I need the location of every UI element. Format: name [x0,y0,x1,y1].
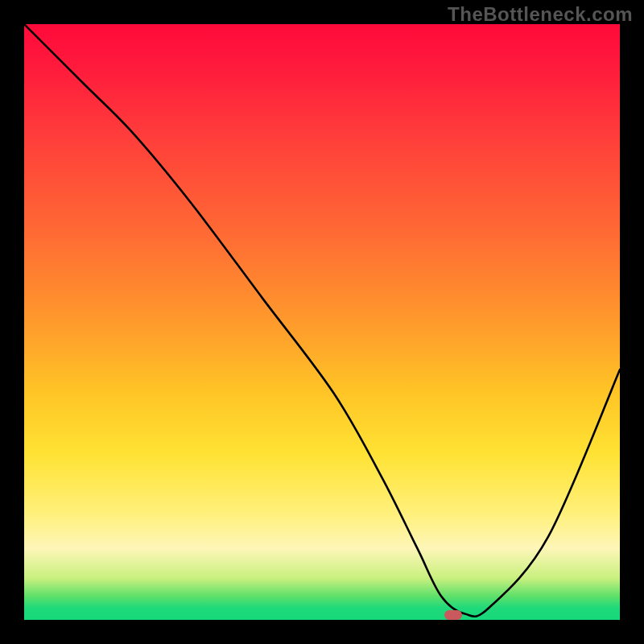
chart-frame: TheBottleneck.com [0,0,644,644]
watermark-text: TheBottleneck.com [448,3,633,26]
optimal-marker [444,610,462,620]
plot-area [24,24,620,620]
bottleneck-curve [24,24,620,620]
